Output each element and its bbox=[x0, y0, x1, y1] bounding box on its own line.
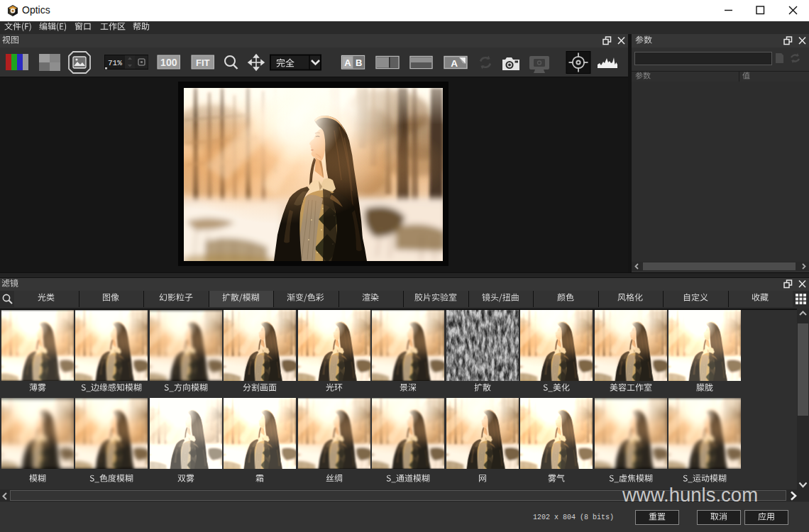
svg-text:A: A bbox=[344, 57, 351, 68]
svg-text:100: 100 bbox=[160, 57, 177, 68]
svg-text:B: B bbox=[356, 57, 362, 68]
svg-text:A: A bbox=[451, 58, 458, 69]
svg-text:71%: 71% bbox=[108, 59, 122, 67]
svg-text:FIT: FIT bbox=[196, 57, 210, 68]
